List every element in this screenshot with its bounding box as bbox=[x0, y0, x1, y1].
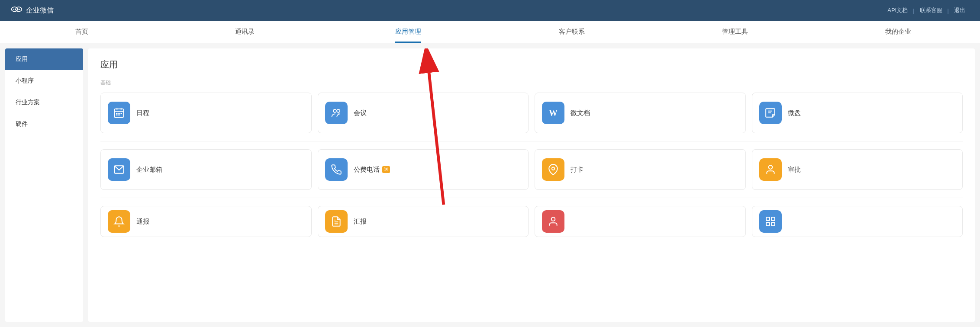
app-grid-row2: 企业邮箱 公费电话 送 打卡 bbox=[100, 149, 963, 190]
svg-rect-13 bbox=[118, 113, 120, 114]
logout-link[interactable]: 退出 bbox=[950, 6, 970, 14]
divider1 bbox=[100, 141, 963, 141]
app-card-approve[interactable]: 审批 bbox=[752, 149, 963, 190]
svg-point-22 bbox=[552, 167, 555, 170]
app-grid-row3: 通报 汇报 bbox=[100, 206, 963, 237]
svg-point-18 bbox=[337, 109, 340, 112]
svg-rect-27 bbox=[766, 217, 770, 221]
page-title: 应用 bbox=[100, 59, 963, 71]
sidebar: 应用 小程序 行业方案 硬件 bbox=[5, 48, 83, 322]
logo: 企业微信 bbox=[10, 4, 54, 16]
meeting-name: 会议 bbox=[354, 109, 367, 117]
app-card-meeting[interactable]: 会议 bbox=[318, 93, 529, 133]
schedule-icon bbox=[108, 102, 130, 124]
report-name: 汇报 bbox=[354, 218, 367, 226]
sep1: | bbox=[912, 7, 915, 14]
app-card-wedisk[interactable]: 微盘 bbox=[752, 93, 963, 133]
nav-item-enterprise[interactable]: 我的企业 bbox=[817, 21, 980, 43]
api-doc-link[interactable]: API文档 bbox=[883, 6, 912, 14]
svg-point-23 bbox=[768, 165, 772, 169]
sidebar-item-hardware[interactable]: 硬件 bbox=[5, 113, 83, 135]
phone-badge: 送 bbox=[382, 166, 390, 173]
sidebar-item-industry[interactable]: 行业方案 bbox=[5, 92, 83, 113]
main-nav: 首页 通讯录 应用管理 客户联系 管理工具 我的企业 bbox=[0, 21, 980, 43]
main-content: 应用 基础 日程 会议 W 微文档 bbox=[88, 48, 975, 322]
svg-point-26 bbox=[551, 217, 555, 221]
email-icon bbox=[108, 158, 130, 181]
nav-item-tools[interactable]: 管理工具 bbox=[653, 21, 816, 43]
divider2 bbox=[100, 198, 963, 198]
nav-item-home[interactable]: 首页 bbox=[0, 21, 163, 43]
wedoc-name: 微文档 bbox=[571, 109, 590, 117]
app-grid-row1: 日程 会议 W 微文档 微盘 bbox=[100, 93, 963, 133]
contact-link[interactable]: 联系客服 bbox=[916, 6, 947, 14]
svg-rect-15 bbox=[116, 115, 118, 115]
email-name: 企业邮箱 bbox=[136, 166, 162, 174]
approve-name: 审批 bbox=[788, 166, 801, 174]
app-card-wedoc[interactable]: W 微文档 bbox=[535, 93, 746, 133]
report-icon bbox=[325, 210, 348, 233]
svg-rect-16 bbox=[118, 115, 120, 115]
app-card-attendance[interactable]: 打卡 bbox=[535, 149, 746, 190]
sep2: | bbox=[947, 7, 950, 14]
section-label-basic: 基础 bbox=[100, 79, 963, 87]
app-card-partial3[interactable] bbox=[535, 206, 746, 237]
svg-point-1 bbox=[16, 7, 22, 12]
topbar: 企业微信 API文档 | 联系客服 | 退出 bbox=[0, 0, 980, 21]
nav-item-customer[interactable]: 客户联系 bbox=[490, 21, 653, 43]
notice-name: 通报 bbox=[136, 218, 149, 226]
sidebar-item-apps[interactable]: 应用 bbox=[5, 48, 83, 70]
wedisk-icon bbox=[759, 102, 782, 124]
meeting-icon bbox=[325, 102, 348, 124]
svg-point-3 bbox=[15, 9, 16, 10]
svg-point-5 bbox=[19, 9, 20, 10]
wedisk-name: 微盘 bbox=[788, 109, 801, 117]
partial3-icon bbox=[542, 210, 564, 233]
svg-rect-12 bbox=[116, 113, 118, 114]
attendance-name: 打卡 bbox=[571, 166, 583, 174]
layout: 应用 小程序 行业方案 硬件 应用 基础 bbox=[0, 43, 980, 327]
notice-icon bbox=[108, 210, 130, 233]
topbar-right: API文档 | 联系客服 | 退出 bbox=[883, 6, 970, 14]
approve-icon bbox=[759, 158, 782, 181]
phone-name: 公费电话 送 bbox=[354, 166, 390, 174]
svg-rect-29 bbox=[766, 222, 770, 226]
svg-rect-28 bbox=[771, 217, 775, 221]
sidebar-item-miniprogram[interactable]: 小程序 bbox=[5, 70, 83, 92]
nav-item-contacts[interactable]: 通讯录 bbox=[163, 21, 326, 43]
svg-rect-30 bbox=[771, 222, 775, 226]
partial4-icon bbox=[759, 210, 782, 233]
app-card-report[interactable]: 汇报 bbox=[318, 206, 529, 237]
wedoc-icon: W bbox=[542, 102, 564, 124]
svg-rect-14 bbox=[121, 113, 122, 114]
app-card-schedule[interactable]: 日程 bbox=[100, 93, 312, 133]
app-card-partial4[interactable] bbox=[752, 206, 963, 237]
svg-point-17 bbox=[333, 109, 336, 112]
app-card-phone[interactable]: 公费电话 送 bbox=[318, 149, 529, 190]
app-card-email[interactable]: 企业邮箱 bbox=[100, 149, 312, 190]
svg-point-4 bbox=[17, 9, 19, 10]
phone-icon bbox=[325, 158, 348, 181]
schedule-name: 日程 bbox=[136, 109, 149, 117]
app-card-notice[interactable]: 通报 bbox=[100, 206, 312, 237]
logo-icon bbox=[10, 4, 23, 16]
logo-text: 企业微信 bbox=[26, 6, 54, 15]
nav-item-apps[interactable]: 应用管理 bbox=[327, 21, 490, 43]
svg-point-2 bbox=[13, 9, 15, 10]
attendance-icon bbox=[542, 158, 564, 181]
